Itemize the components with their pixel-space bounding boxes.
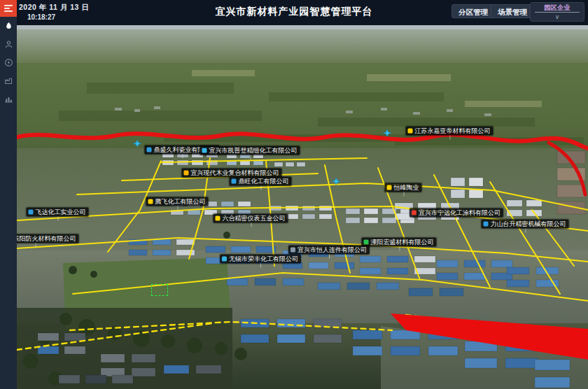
company-marker-icon — [290, 248, 295, 253]
sidebar-item-fire[interactable] — [0, 17, 17, 35]
map-label-overlay: 鼎盛久利瓷业有限公司宜兴市凯普登精细化工有限公司宜兴现代木业复合材料有限公司江苏… — [17, 25, 588, 389]
company-label[interactable]: 宜兴市宁远化工涂料有限公司 — [410, 208, 503, 218]
company-label-text: 力山台升精密机械有限公司 — [491, 220, 566, 228]
company-marker-icon — [232, 179, 237, 184]
company-label[interactable]: 鼎旺化工有限公司 — [230, 177, 292, 186]
zone-management-button[interactable]: 分区管理 — [451, 4, 495, 18]
company-marker-icon — [484, 222, 489, 227]
company-label-text: 江苏永嘉亚帝材料有限公司 — [415, 127, 491, 135]
company-label[interactable]: 六合精密仪表五金公司 — [214, 214, 288, 223]
company-label[interactable]: 飞达化工实业公司 — [27, 208, 89, 217]
company-label-text: 宜兴市恒人连件有限公司 — [298, 246, 367, 254]
company-label-text: 宜兴现代木业复合材料有限公司 — [191, 169, 279, 177]
company-marker-icon — [412, 211, 416, 215]
chevron-down-icon: ∨ — [531, 13, 584, 21]
sidebar-item-person[interactable] — [0, 35, 17, 53]
company-label-text: 无锡市荣丰化工有限公司 — [229, 255, 298, 263]
power-icon — [4, 58, 13, 67]
sidebar-item-menu[interactable] — [0, 0, 17, 17]
company-label[interactable]: 宜兴市凯普登精细化工有限公司 — [200, 146, 300, 155]
company-label[interactable]: 宜兴市恒人连件有限公司 — [288, 246, 370, 255]
company-marker-icon — [222, 257, 227, 262]
company-label[interactable]: 腾飞化工有限公司 — [146, 197, 209, 206]
hamburger-icon — [4, 4, 13, 13]
company-marker-icon — [147, 148, 152, 153]
company-marker-icon — [184, 171, 189, 176]
company-marker-icon — [148, 199, 153, 204]
company-label[interactable]: 宜兴振阳防火材料有限公司 — [17, 234, 79, 243]
company-label-text: 溧阳宏盛材料有限公司 — [371, 239, 434, 246]
sidebar-item-power[interactable] — [0, 53, 17, 71]
dropdown-selected-label: 园区企业 — [535, 3, 580, 13]
company-label[interactable]: 江苏永嘉亚帝材料有限公司 — [406, 127, 493, 136]
company-label[interactable]: 无锡市荣丰化工有限公司 — [220, 255, 301, 264]
company-marker-icon — [387, 185, 392, 190]
company-marker-icon — [29, 210, 34, 215]
company-marker-icon — [364, 240, 369, 245]
map-3d-scene[interactable]: 鼎盛久利瓷业有限公司宜兴市凯普登精细化工有限公司宜兴现代木业复合材料有限公司江苏… — [17, 25, 588, 389]
company-label-text: 腾飞化工有限公司 — [155, 198, 206, 206]
company-marker-icon — [202, 148, 207, 153]
flame-icon — [4, 21, 13, 31]
company-label-text: 宜兴振阳防火材料有限公司 — [17, 235, 76, 243]
left-toolbar — [0, 0, 17, 389]
company-label-text: 恒峰陶业 — [394, 184, 419, 192]
top-header-bar: 2020 年 11 月 13 日 10:18:27 宜兴市新材料产业园智慧管理平… — [0, 0, 588, 25]
sidebar-item-stats[interactable] — [0, 90, 17, 108]
company-label-text: 宜兴市宁远化工涂料有限公司 — [419, 209, 500, 217]
selection-box — [151, 284, 168, 296]
company-label-text: 飞达化工实业公司 — [36, 208, 86, 216]
company-label-text: 宜兴市凯普登精细化工有限公司 — [209, 147, 298, 155]
sidebar-item-enterprise[interactable] — [0, 71, 17, 90]
company-label[interactable]: 力山台升精密机械有限公司 — [482, 220, 569, 229]
factory-icon — [4, 76, 13, 85]
company-label[interactable]: 恒峰陶业 — [385, 183, 422, 192]
person-icon — [4, 40, 13, 49]
company-label-text: 六合精密仪表五金公司 — [223, 215, 286, 222]
company-label-text: 鼎旺化工有限公司 — [239, 178, 289, 185]
company-marker-icon — [216, 216, 220, 221]
bar-chart-icon — [4, 94, 13, 104]
company-label[interactable]: 溧阳宏盛材料有限公司 — [362, 238, 437, 247]
scene-management-button[interactable]: 场景管理 — [491, 4, 534, 18]
park-enterprise-dropdown[interactable]: 园区企业 ∨ — [530, 2, 584, 22]
company-marker-icon — [408, 129, 413, 134]
